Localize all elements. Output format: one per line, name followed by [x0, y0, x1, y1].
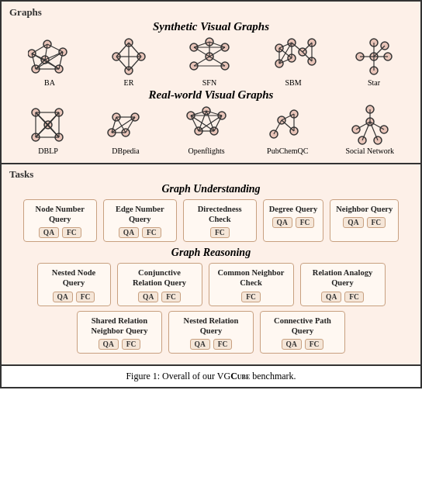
task-relation-analogy-name: Relation Analogy Query — [306, 268, 379, 288]
task-common-neighbor-badges: FC — [241, 292, 261, 302]
svg-line-7 — [32, 44, 47, 54]
task-connective-path: Connective Path Query QA FC — [260, 311, 345, 354]
task-nested-relation: Nested Relation Query QA FC — [168, 311, 254, 354]
task-relation-analogy: Relation Analogy Query QA FC — [300, 263, 386, 306]
task-nested-node-badges: QA FC — [53, 292, 95, 302]
badge-qa: QA — [119, 227, 139, 238]
badge-fc: FC — [122, 339, 141, 350]
task-node-number: Node Number Query QA FC — [23, 199, 97, 242]
graph-dblp-label: DBLP — [38, 147, 58, 155]
graph-er: ER — [109, 36, 149, 87]
badge-fc: FC — [367, 217, 386, 228]
svg-line-91 — [116, 117, 126, 133]
task-common-neighbor: Common Neighbor Check FC — [209, 263, 294, 306]
badge-fc: FC — [142, 227, 161, 238]
svg-line-116 — [282, 120, 294, 131]
main-container: Graphs Synthetic Visual Graphs — [0, 0, 422, 388]
reasoning-row1: Nested Node Query QA FC Conjunctive Rela… — [9, 263, 413, 306]
task-directedness-name: Directedness Check — [189, 204, 251, 224]
task-connective-path-name: Connective Path Query — [266, 316, 339, 336]
graph-dbpedia: DBpedia — [106, 105, 146, 155]
graph-ba: BA — [28, 36, 71, 87]
graph-star-label: Star — [368, 78, 380, 87]
badge-qa: QA — [53, 292, 73, 302]
reasoning-row2: Shared Relation Neighbor Query QA FC Nes… — [9, 311, 413, 354]
badge-qa: QA — [343, 217, 363, 228]
svg-line-24 — [129, 57, 141, 71]
task-common-neighbor-name: Common Neighbor Check — [215, 268, 288, 288]
task-shared-relation-name: Shared Relation Neighbor Query — [83, 316, 156, 336]
task-nested-relation-name: Nested Relation Query — [175, 316, 247, 336]
task-nested-node: Nested Node Query QA FC — [37, 263, 111, 306]
task-shared-relation: Shared Relation Neighbor Query QA FC — [77, 311, 162, 354]
graph-sfn: SFN — [186, 36, 233, 87]
task-neighbor-badges: QA FC — [343, 217, 386, 228]
badge-qa: QA — [321, 292, 341, 302]
badge-fc: FC — [161, 292, 181, 302]
svg-line-25 — [116, 57, 129, 71]
svg-line-35 — [209, 47, 225, 57]
badge-fc: FC — [305, 339, 324, 350]
badge-qa: QA — [99, 339, 119, 350]
graph-sbm-label: SBM — [285, 78, 301, 87]
caption: Figure 1: Overall of our VGCube benchmar… — [126, 371, 296, 381]
svg-line-34 — [194, 47, 209, 57]
graph-star: Star — [354, 36, 394, 87]
graph-er-label: ER — [124, 78, 134, 87]
badge-fc: FC — [62, 227, 81, 238]
task-nested-node-name: Nested Node Query — [43, 268, 105, 288]
tasks-label: Tasks — [9, 168, 413, 181]
understanding-tasks-row: Node Number Query QA FC Edge Number Quer… — [9, 199, 413, 242]
task-nested-relation-badges: QA FC — [190, 339, 233, 350]
task-node-number-badges: QA FC — [39, 227, 81, 238]
task-degree-badges: QA FC — [272, 217, 315, 228]
task-directedness-badges: FC — [210, 227, 230, 238]
graph-dblp: DBLP — [28, 105, 68, 155]
task-shared-relation-badges: QA FC — [99, 339, 141, 350]
synthetic-title: Synthetic Visual Graphs — [9, 20, 413, 33]
task-conjunctive: Conjunctive Relation Query QA FC — [117, 263, 202, 306]
badge-qa: QA — [190, 339, 210, 350]
reasoning-title: Graph Reasoning — [9, 247, 413, 259]
badge-fc: FC — [241, 292, 261, 302]
svg-line-59 — [292, 43, 303, 52]
graph-dbpedia-label: DBpedia — [112, 147, 140, 155]
realworld-title: Real-world Visual Graphs — [9, 88, 413, 102]
svg-line-70 — [374, 46, 385, 57]
task-directedness: Directedness Check FC — [183, 199, 257, 242]
graphs-label: Graphs — [9, 6, 413, 19]
task-neighbor-name: Neighbor Query — [336, 204, 393, 214]
svg-line-56 — [303, 43, 312, 52]
badge-fc: FC — [210, 227, 230, 238]
graph-pubchem: PubChemQC — [267, 105, 308, 155]
svg-line-23 — [129, 43, 141, 57]
badge-fc: FC — [296, 217, 315, 228]
graphs-section: Graphs Synthetic Visual Graphs — [2, 2, 420, 164]
graph-pubchem-label: PubChemQC — [267, 147, 308, 155]
badge-qa: QA — [272, 217, 292, 228]
task-degree: Degree Query QA FC — [263, 199, 324, 242]
svg-line-8 — [47, 44, 63, 52]
badge-fc: FC — [344, 292, 364, 302]
task-edge-number: Edge Number Query QA FC — [103, 199, 177, 242]
graph-openflights-label: Openflights — [188, 147, 224, 155]
task-edge-number-badges: QA FC — [119, 227, 161, 238]
graph-ba-label: BA — [44, 78, 55, 87]
svg-line-129 — [370, 122, 378, 140]
badge-fc: FC — [213, 339, 233, 350]
svg-line-84 — [48, 125, 59, 137]
realworld-graphs-row: DBLP DBpedia — [9, 105, 413, 155]
badge-qa: QA — [138, 292, 158, 302]
task-degree-name: Degree Query — [269, 204, 318, 214]
badge-fc: FC — [76, 292, 95, 302]
graph-social: Social Network — [345, 105, 394, 155]
graph-sfn-label: SFN — [202, 78, 216, 87]
task-relation-analogy-badges: QA FC — [321, 292, 364, 302]
svg-line-57 — [303, 52, 312, 61]
svg-line-93 — [126, 117, 135, 133]
svg-line-36 — [194, 57, 209, 66]
graph-social-label: Social Network — [345, 147, 394, 155]
svg-line-22 — [116, 43, 129, 57]
task-conjunctive-name: Conjunctive Relation Query — [123, 268, 196, 288]
synthetic-graphs-row: BA ER — [9, 36, 413, 87]
